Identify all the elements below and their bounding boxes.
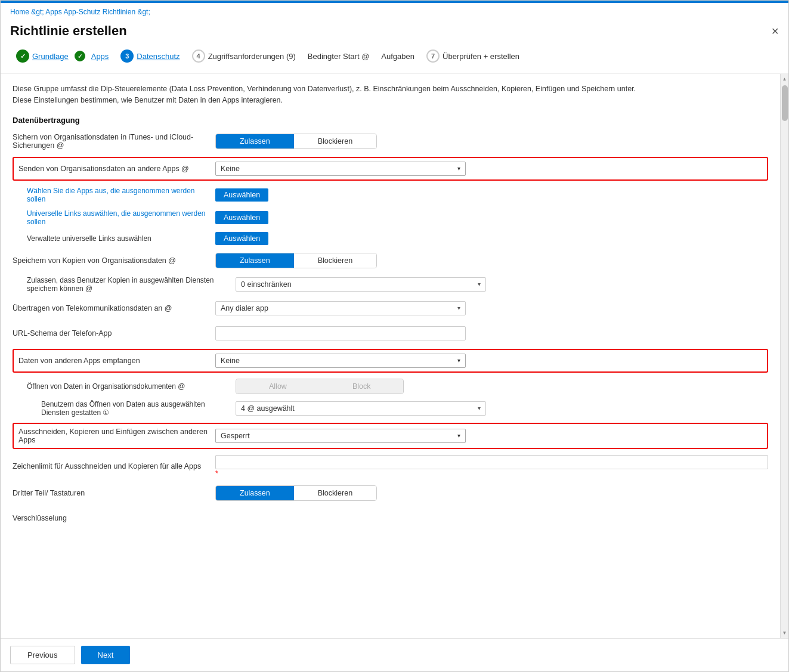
sub-row-3: Verwaltete universelle Links auswählen A… <box>27 232 768 245</box>
wizard-step-3[interactable]: 3 Datenschutz <box>115 46 185 66</box>
wizard-steps: ✓ Grundlage ✓ Apps 3 Datenschutz 4 Zugri… <box>1 46 788 74</box>
receive-dropdown[interactable]: Keine ▾ <box>215 354 466 368</box>
encryption-row: Verschlüsselung <box>13 509 768 528</box>
breadcrumb: Home &gt; Apps App-Schutz Richtlinien &g… <box>1 3 788 21</box>
step-label-1: Grundlage <box>32 52 69 61</box>
open-services-row: Benutzern das Öffnen von Daten aus ausge… <box>41 400 768 417</box>
send-dropdown[interactable]: Keine ▾ <box>215 162 466 176</box>
sub2-label: Universelle Links auswählen, die ausgeno… <box>27 209 215 226</box>
open-services-value: 4 @ ausgewählt <box>241 404 295 413</box>
sub-row-2: Universelle Links auswählen, die ausgeno… <box>27 209 768 226</box>
receive-row-highlighted: Daten von anderen Apps empfangen Keine ▾ <box>13 349 768 373</box>
telecom-value: Any dialer app <box>221 304 268 312</box>
close-button[interactable]: ✕ <box>771 26 779 37</box>
cut-copy-value: Gesperrt <box>221 432 250 440</box>
sub3-label: Verwaltete universelle Links auswählen <box>27 234 215 243</box>
sub-row-1: Wählen Sie die Apps aus, die ausgenommen… <box>27 187 768 203</box>
step-label-2: Apps <box>91 52 109 61</box>
allow-copies-row: Zulassen, dass Benutzer Kopien in ausgew… <box>27 276 768 293</box>
save-copies-toggle[interactable]: Zulassen Blockieren <box>215 253 377 268</box>
scrollbar-thumb[interactable] <box>782 85 788 121</box>
wizard-step-4[interactable]: 4 Zugriffsanforderungen (9) <box>186 46 302 66</box>
third-party-allow-btn[interactable]: Zulassen <box>216 486 294 500</box>
save-copies-allow-btn[interactable]: Zulassen <box>216 253 294 268</box>
cut-copy-dropdown[interactable]: Gesperrt ▾ <box>215 429 466 443</box>
sub1-label: Wählen Sie die Apps aus, die ausgenommen… <box>27 187 215 203</box>
open-services-dropdown[interactable]: 4 @ ausgewählt ▾ <box>236 401 486 416</box>
char-limit-row: Zeichenlimit für Ausschneiden und Kopier… <box>13 455 768 478</box>
step-label-7: Überprüfen + erstellen <box>443 52 519 61</box>
third-party-block-btn[interactable]: Blockieren <box>294 486 376 500</box>
section-title: Datenübertragung <box>13 116 768 125</box>
wizard-step-1[interactable]: ✓ Grundlage <box>10 46 75 66</box>
footer: Previous Next <box>1 638 788 671</box>
wizard-step-7[interactable]: 7 Überprüfen + erstellen <box>420 46 525 66</box>
cut-copy-label: Ausschneiden, Kopieren und Einfügen zwis… <box>18 428 215 444</box>
required-star: * <box>215 469 768 478</box>
telecom-chevron-icon: ▾ <box>457 305 460 311</box>
send-row-highlighted: Senden von Organisationsdaten an andere … <box>13 157 768 181</box>
backup-row: Sichern von Organisationsdaten in iTunes… <box>13 132 768 151</box>
step-circle-4: 4 <box>192 49 205 63</box>
telecom-row: Übertragen von Telekommunikationsdaten a… <box>13 299 768 318</box>
sub2-select-button[interactable]: Auswählen <box>215 211 268 224</box>
receive-label: Daten von anderen Apps empfangen <box>18 357 215 365</box>
next-button[interactable]: Next <box>81 646 131 664</box>
third-party-row: Dritter Teil/ Tastaturen Zulassen Blocki… <box>13 484 768 503</box>
open-services-chevron-icon: ▾ <box>478 405 481 411</box>
step-label-6: Aufgaben <box>381 52 414 61</box>
open-docs-label: Öffnen von Daten in Organisationsdokumen… <box>27 382 236 391</box>
save-copies-label: Speichern von Kopien von Organisationsda… <box>13 256 215 265</box>
open-services-label: Benutzern das Öffnen von Daten aus ausge… <box>41 400 236 417</box>
open-docs-allow-btn[interactable]: Allow <box>236 379 320 394</box>
backup-toggle[interactable]: Zulassen Blockieren <box>215 134 377 149</box>
backup-label: Sichern von Organisationsdaten in iTunes… <box>13 133 215 150</box>
step-label-3: Datenschutz <box>137 52 180 61</box>
receive-chevron-icon: ▾ <box>457 357 460 364</box>
sub3-select-button[interactable]: Auswählen <box>215 232 268 245</box>
step-label-4: Zugriffsanforderungen (9) <box>208 52 296 61</box>
step-1-check: ✓ <box>75 51 85 61</box>
encryption-label: Verschlüsselung <box>13 514 215 522</box>
send-chevron-icon: ▾ <box>457 165 460 172</box>
step-label-5: Bedingter Start @ <box>308 52 370 61</box>
char-limit-label: Zeichenlimit für Ausschneiden und Kopier… <box>13 462 215 470</box>
allow-copies-label: Zulassen, dass Benutzer Kopien in ausgew… <box>27 276 236 293</box>
url-schema-row: URL-Schema der Telefon-App <box>13 324 768 343</box>
char-limit-input[interactable] <box>215 455 768 469</box>
allow-copies-dropdown[interactable]: 0 einschränken ▾ <box>236 277 486 292</box>
sub1-select-button[interactable]: Auswählen <box>215 188 268 202</box>
wizard-step-6[interactable]: Aufgaben <box>375 48 420 64</box>
open-docs-row: Öffnen von Daten in Organisationsdokumen… <box>27 379 768 394</box>
url-schema-input[interactable] <box>215 326 466 340</box>
allow-copies-value: 0 einschränken <box>241 280 292 289</box>
third-party-label: Dritter Teil/ Tastaturen <box>13 489 215 497</box>
save-copies-block-btn[interactable]: Blockieren <box>294 253 376 268</box>
url-schema-label: URL-Schema der Telefon-App <box>13 329 215 337</box>
backup-allow-btn[interactable]: Zulassen <box>216 134 294 148</box>
third-party-toggle[interactable]: Zulassen Blockieren <box>215 485 377 501</box>
step-circle-7: 7 <box>426 49 440 63</box>
cut-copy-chevron-icon: ▾ <box>457 432 460 439</box>
wizard-step-2[interactable]: Apps <box>85 48 115 64</box>
scroll-down-icon[interactable]: ▼ <box>782 629 787 637</box>
page-title: Richtlinie erstellen <box>10 23 127 39</box>
telecom-label: Übertragen von Telekommunikationsdaten a… <box>13 304 215 312</box>
wizard-step-5[interactable]: Bedingter Start @ <box>302 48 376 64</box>
scrollbar[interactable]: ▲ ▼ <box>780 74 788 638</box>
cut-copy-row-highlighted: Ausschneiden, Kopieren und Einfügen zwis… <box>13 423 768 449</box>
step-circle-1: ✓ <box>16 49 29 63</box>
scroll-up-icon[interactable]: ▲ <box>782 75 787 83</box>
open-docs-toggle[interactable]: Allow Block <box>236 379 404 394</box>
send-label: Senden von Organisationsdaten an andere … <box>18 165 215 173</box>
receive-value: Keine <box>221 357 240 365</box>
previous-button[interactable]: Previous <box>10 646 75 664</box>
open-docs-block-btn[interactable]: Block <box>320 379 404 394</box>
backup-block-btn[interactable]: Blockieren <box>294 134 376 148</box>
description: Diese Gruppe umfasst die Dip-Steuereleme… <box>13 83 768 106</box>
allow-copies-chevron-icon: ▾ <box>478 281 481 287</box>
step-circle-3: 3 <box>120 49 134 63</box>
send-value: Keine <box>221 165 240 173</box>
save-copies-row: Speichern von Kopien von Organisationsda… <box>13 251 768 270</box>
telecom-dropdown[interactable]: Any dialer app ▾ <box>215 301 466 315</box>
